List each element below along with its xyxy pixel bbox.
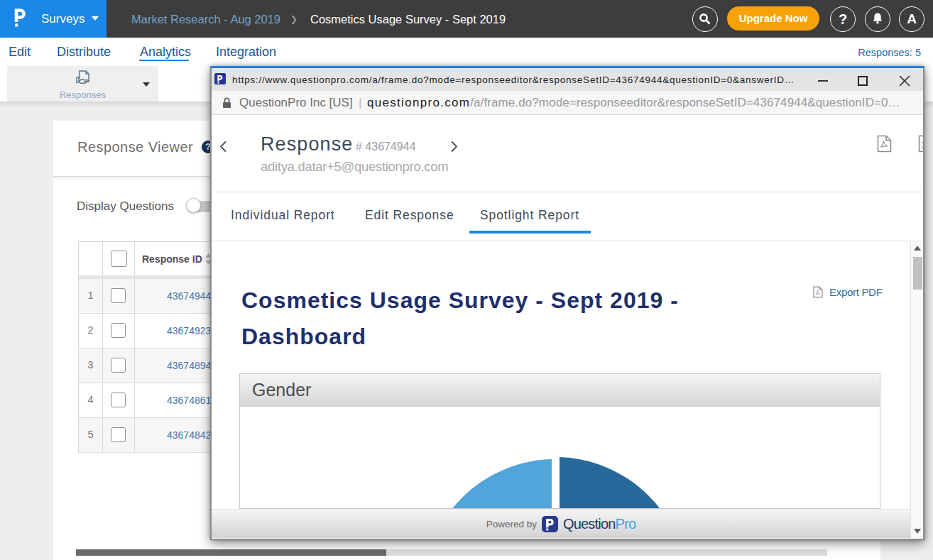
svg-text:X: X xyxy=(922,141,923,150)
